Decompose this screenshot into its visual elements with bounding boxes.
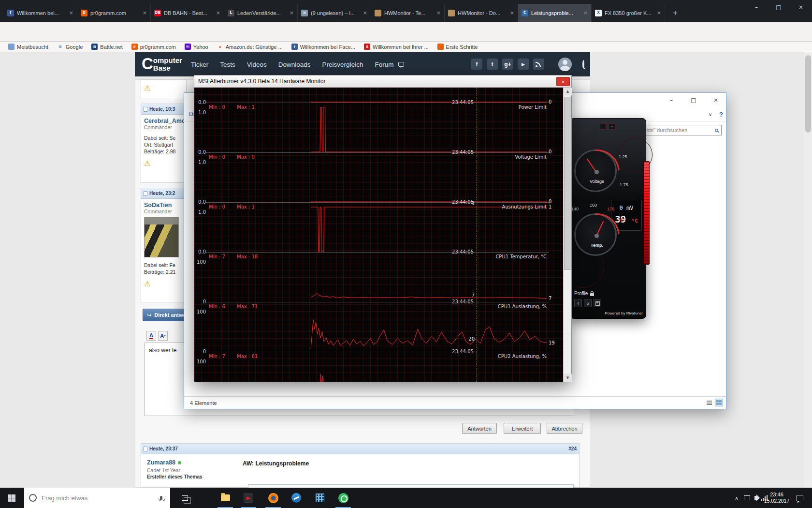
tab-close-icon[interactable]: × <box>510 10 514 16</box>
abbrechen-button[interactable]: Abbrechen <box>547 423 582 434</box>
nav-item-forum[interactable]: Forum <box>375 61 393 68</box>
bookmark-item[interactable]: Y!Yahoo <box>180 42 213 52</box>
hm-close-button[interactable]: × <box>556 77 570 86</box>
browser-tab[interactable]: LLeder/Verstärkte...× <box>224 4 298 22</box>
profile-4-button[interactable]: 4 <box>574 299 582 307</box>
user-avatar[interactable] <box>558 58 572 71</box>
taskbar-search[interactable] <box>24 488 170 508</box>
bookmark-label: Battle.net <box>100 44 122 50</box>
bookmark-item[interactable]: aAmazon.de: Günstige ... <box>213 42 287 52</box>
bookmark-item[interactable]: 0pr0gramm.com <box>127 42 180 52</box>
taskbar-clock[interactable]: 23:46 15.02.2017 <box>762 488 792 508</box>
tab-close-icon[interactable]: × <box>143 10 147 16</box>
skin-minimize-button[interactable]: – <box>600 123 607 130</box>
nav-item-tests[interactable]: Tests <box>220 61 235 68</box>
browser-tab[interactable]: fWillkommen bei...× <box>4 4 77 22</box>
warning-icon[interactable]: ⚠ <box>144 159 183 168</box>
tab-close-icon[interactable]: × <box>436 10 441 16</box>
ribbon-collapse-icon[interactable]: ∨ <box>709 112 712 117</box>
facebook-icon[interactable]: f <box>471 59 482 70</box>
explorer-search-icon[interactable] <box>715 128 718 132</box>
profile-lock-icon[interactable] <box>590 293 594 296</box>
nav-item-ticker[interactable]: Ticker <box>191 61 208 68</box>
post-number[interactable]: #24 <box>568 446 577 451</box>
taskbar-app-blue[interactable] <box>285 488 308 508</box>
tab-close-icon[interactable]: × <box>363 10 367 16</box>
help-icon[interactable]: ? <box>719 111 723 118</box>
bookmark-item[interactable]: GGoogle <box>53 42 87 52</box>
antworten-button[interactable]: Antworten <box>462 423 497 434</box>
taskbar-app-afterburner[interactable] <box>237 488 260 508</box>
scroll-down-button[interactable]: ▼ <box>564 374 572 382</box>
tab-close-icon[interactable]: × <box>290 10 294 16</box>
tab-close-icon[interactable]: × <box>69 10 73 16</box>
site-search-icon[interactable] <box>582 61 584 68</box>
action-center-icon[interactable] <box>793 488 807 508</box>
browser-tab[interactable]: HWMonitor - Te...× <box>371 4 445 22</box>
warning-icon[interactable]: ⚠ <box>144 280 183 288</box>
username-link[interactable]: Zumara88 <box>147 459 175 466</box>
bookmark-item[interactable]: fWillkommen bei Face... <box>287 42 360 52</box>
bookmark-item[interactable]: BBattle.net <box>87 42 127 52</box>
username-link[interactable]: SoDaTien <box>144 202 183 209</box>
username-link[interactable]: Cerebral_Amoebe <box>144 118 183 124</box>
taskbar-app-firefox[interactable] <box>261 488 285 508</box>
taskbar: ∧ 23:46 15.02.2017 <box>0 488 812 508</box>
font-size-icon[interactable]: A▾ <box>158 331 168 341</box>
profile-save-button[interactable] <box>594 299 601 307</box>
hm-scrollbar[interactable]: ▲ ▼ <box>563 88 571 382</box>
twitter-icon[interactable]: t <box>487 59 498 70</box>
hm-max-label: Max : 1 <box>237 105 255 110</box>
taskbar-search-input[interactable] <box>42 494 155 502</box>
explorer-maximize-button[interactable]: □ <box>682 93 705 107</box>
window-close-button[interactable]: × <box>790 0 812 15</box>
nav-item-preisvergleich[interactable]: Preisvergleich <box>322 61 363 68</box>
browser-tab[interactable]: ✉(9 ungelesen) – i...× <box>298 4 371 22</box>
tab-close-icon[interactable]: × <box>583 10 588 16</box>
hm-scrollbar-thumb[interactable] <box>564 97 571 270</box>
computerbase-logo[interactable]: C omputer Base <box>142 56 182 72</box>
font-color-icon[interactable]: A <box>146 331 156 341</box>
start-button[interactable] <box>0 488 23 508</box>
tab-close-icon[interactable]: × <box>216 10 220 16</box>
browser-tab[interactable]: 0pr0gramm.com× <box>77 4 151 22</box>
window-minimize-button[interactable]: – <box>745 0 768 15</box>
taskbar-app-explorer[interactable] <box>214 488 237 508</box>
new-tab-button[interactable]: + <box>669 7 682 19</box>
skin-close-button[interactable]: × <box>609 123 615 130</box>
browser-tab[interactable]: XFX 8350 großer K...× <box>592 4 665 22</box>
bookmark-item[interactable]: Meistbesucht <box>4 42 53 52</box>
explorer-minimize-button[interactable]: – <box>660 93 682 107</box>
bookmark-item[interactable]: SWillkommen bei Ihrer ... <box>360 42 433 52</box>
hm-cursor-value: 20 <box>461 336 475 342</box>
nav-item-downloads[interactable]: Downloads <box>278 61 311 68</box>
nav-item-videos[interactable]: Videos <box>247 61 267 68</box>
warning-icon[interactable]: ⚠ <box>144 84 150 92</box>
bookmark-item[interactable]: Erste Schritte <box>433 42 482 52</box>
taskbar-app-grid[interactable] <box>308 488 332 508</box>
page-scrollbar[interactable] <box>804 52 812 488</box>
explorer-close-button[interactable]: × <box>705 93 727 107</box>
rss-icon[interactable] <box>533 59 544 70</box>
browser-tab[interactable]: HWMonitor - Do...× <box>445 4 518 22</box>
erweitert-button[interactable]: Erweitert <box>504 423 541 434</box>
list-view-button[interactable] <box>705 399 713 406</box>
tray-volume-icon[interactable] <box>751 488 760 508</box>
scroll-up-button[interactable]: ▲ <box>564 88 572 95</box>
thumbnail-view-button[interactable] <box>715 399 723 406</box>
hm-titlebar[interactable]: MSI Afterburner v4.3.0 Beta 14 Hardware … <box>194 75 571 88</box>
task-view-button[interactable] <box>175 488 194 508</box>
tray-expand-icon[interactable]: ∧ <box>731 488 742 508</box>
browser-tab[interactable]: CLeistungsproble...× <box>518 4 592 22</box>
microphone-icon[interactable] <box>160 496 162 500</box>
youtube-icon[interactable]: ▶ <box>518 59 529 70</box>
window-maximize-button[interactable]: □ <box>768 0 790 15</box>
tab-close-icon[interactable]: × <box>657 10 661 16</box>
tray-display-icon[interactable] <box>742 488 751 508</box>
page-scrollbar-thumb[interactable] <box>805 55 811 133</box>
taskbar-app-green[interactable] <box>332 488 355 508</box>
googleplus-icon[interactable]: g+ <box>502 59 513 70</box>
browser-tab[interactable]: DBDB BAHN - Best...× <box>151 4 224 22</box>
profile-5-button[interactable]: 5 <box>584 299 592 307</box>
bookmark-label: Google <box>66 44 83 50</box>
